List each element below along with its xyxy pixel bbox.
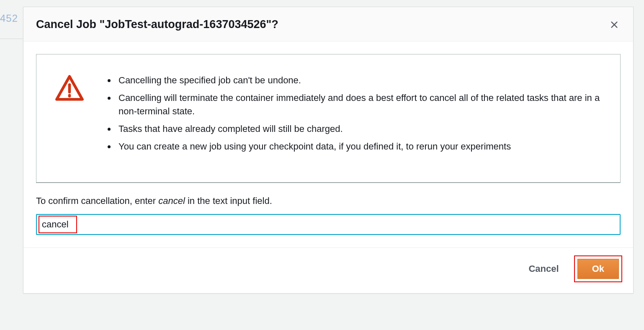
warning-icon bbox=[55, 74, 84, 105]
confirm-input[interactable] bbox=[41, 217, 75, 232]
warning-item: You can create a new job using your chec… bbox=[116, 140, 603, 153]
input-callout-highlight bbox=[39, 216, 77, 233]
modal-body: Cancelling the specified job can't be un… bbox=[23, 41, 633, 248]
warning-item: Cancelling will terminate the container … bbox=[116, 91, 603, 118]
background-divider bbox=[0, 39, 23, 39]
modal-footer: Cancel Ok bbox=[23, 248, 633, 293]
warning-list: Cancelling the specified job can't be un… bbox=[107, 74, 603, 157]
warning-item: Cancelling the specified job can't be un… bbox=[116, 74, 603, 87]
cancel-job-modal: Cancel Job "JobTest-autograd-1637034526"… bbox=[23, 7, 634, 294]
confirm-keyword: cancel bbox=[158, 196, 185, 206]
confirm-instruction-post: in the text input field. bbox=[185, 196, 272, 206]
background-partial-text: 452 bbox=[0, 13, 18, 24]
close-icon bbox=[610, 20, 619, 29]
confirm-instruction: To confirm cancellation, enter cancel in… bbox=[36, 196, 621, 206]
ok-button[interactable]: Ok bbox=[577, 259, 619, 279]
close-button[interactable] bbox=[608, 18, 621, 31]
confirm-input-container[interactable] bbox=[36, 214, 621, 235]
modal-title: Cancel Job "JobTest-autograd-1637034526"… bbox=[36, 18, 278, 31]
modal-header: Cancel Job "JobTest-autograd-1637034526"… bbox=[23, 7, 633, 41]
cancel-button[interactable]: Cancel bbox=[521, 258, 566, 279]
confirm-section: To confirm cancellation, enter cancel in… bbox=[36, 196, 621, 235]
warning-alert: Cancelling the specified job can't be un… bbox=[36, 54, 621, 183]
confirm-instruction-pre: To confirm cancellation, enter bbox=[36, 196, 158, 206]
ok-button-highlight: Ok bbox=[574, 255, 622, 282]
warning-item: Tasks that have already completed will s… bbox=[116, 122, 603, 136]
